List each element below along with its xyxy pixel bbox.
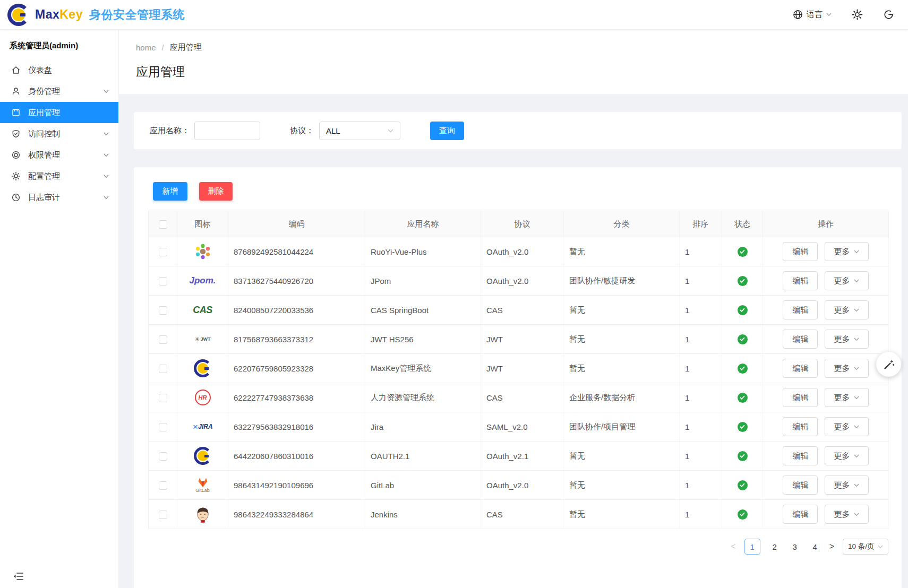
sidebar-item-label: 访问控制 xyxy=(28,129,60,139)
app-code: 817568793663373312 xyxy=(228,325,365,354)
chevron-down-icon xyxy=(854,483,859,487)
more-button[interactable]: 更多 xyxy=(825,330,869,349)
jira-logo-text: JIRA xyxy=(198,423,212,430)
breadcrumb-home[interactable]: home xyxy=(136,43,156,52)
pagination-page-4[interactable]: 4 xyxy=(809,539,821,555)
pagination-next-button[interactable]: > xyxy=(829,542,834,551)
row-checkbox[interactable] xyxy=(159,277,167,286)
app-protocol: OAuth_v2.0 xyxy=(481,266,564,296)
page-size-select[interactable]: 10 条/页 xyxy=(843,539,888,555)
app-code: 824008507220033536 xyxy=(228,296,365,325)
maxkey-logo-icon xyxy=(7,4,30,26)
app-category: 团队协作/敏捷研发 xyxy=(564,266,680,296)
brand-suffix: 身份安全管理系统 xyxy=(89,7,185,23)
pagination-prev-button[interactable]: < xyxy=(731,542,735,551)
edit-button[interactable]: 编辑 xyxy=(783,359,818,378)
floating-tool-button[interactable] xyxy=(876,352,901,377)
row-checkbox[interactable] xyxy=(159,511,167,519)
table-row: GitLab 986431492190109696 GitLab OAuth_v… xyxy=(149,471,889,500)
chevron-down-icon xyxy=(854,308,859,312)
sidebar-item-configuration[interactable]: 配置管理 xyxy=(0,166,118,187)
sidebar-item-permissions[interactable]: 权限管理 xyxy=(0,144,118,166)
edit-button[interactable]: 编辑 xyxy=(783,300,818,319)
row-checkbox[interactable] xyxy=(159,335,167,344)
edit-button[interactable]: 编辑 xyxy=(783,446,818,465)
row-checkbox[interactable] xyxy=(159,452,167,461)
sidebar-item-access-control[interactable]: 访问控制 xyxy=(0,123,118,144)
more-button[interactable]: 更多 xyxy=(825,505,869,524)
edit-button[interactable]: 编辑 xyxy=(783,388,818,407)
pagination-page-2[interactable]: 2 xyxy=(769,539,781,555)
row-checkbox[interactable] xyxy=(159,423,167,431)
chevron-down-icon xyxy=(104,175,109,178)
chevron-down-icon xyxy=(854,367,859,370)
app-protocol: CAS xyxy=(481,383,564,412)
sidebar-item-dashboard[interactable]: 仪表盘 xyxy=(0,59,118,81)
edit-button[interactable]: 编辑 xyxy=(783,505,818,524)
app-sort: 1 xyxy=(680,412,722,442)
jwt-logo-mark: ✳ xyxy=(194,336,199,343)
row-checkbox[interactable] xyxy=(159,248,167,256)
pagination-page-1[interactable]: 1 xyxy=(744,539,760,555)
more-button[interactable]: 更多 xyxy=(825,446,869,465)
app-protocol: OAuth_v2.0 xyxy=(481,471,564,500)
more-button[interactable]: 更多 xyxy=(825,359,869,378)
status-enabled-icon xyxy=(738,247,748,257)
pagination-page-3[interactable]: 3 xyxy=(789,539,801,555)
delete-button[interactable]: 删除 xyxy=(199,182,233,201)
table-row: CAS 824008507220033536 CAS SpringBoot CA… xyxy=(149,296,889,325)
badge-icon xyxy=(11,150,21,160)
app-name: RuoYi-Vue-Plus xyxy=(365,237,481,266)
protocol-select[interactable]: ALL xyxy=(319,122,400,140)
more-button[interactable]: 更多 xyxy=(825,271,869,290)
more-button[interactable]: 更多 xyxy=(825,388,869,407)
sidebar-item-label: 配置管理 xyxy=(28,171,60,181)
row-checkbox[interactable] xyxy=(159,365,167,373)
page-title: 应用管理 xyxy=(136,64,893,80)
more-button[interactable]: 更多 xyxy=(825,475,869,495)
sidebar-collapse-button[interactable] xyxy=(13,572,24,581)
table-row: 986432249333284864 Jenkins CAS 暂无 1 编辑 更… xyxy=(149,500,889,529)
app-category: 暂无 xyxy=(564,442,680,471)
chevron-down-icon xyxy=(854,454,859,458)
edit-button[interactable]: 编辑 xyxy=(783,417,818,436)
chevron-down-icon xyxy=(854,396,859,400)
table-row: Jpom. 837136275440926720 JPom OAuth_v2.0… xyxy=(149,266,889,296)
sidebar-item-applications[interactable]: 应用管理 xyxy=(0,102,118,123)
sidebar-item-label: 权限管理 xyxy=(28,150,60,160)
select-all-checkbox[interactable] xyxy=(159,220,167,229)
app-name: 人力资源管理系统 xyxy=(365,383,481,412)
sidebar-item-label: 身份管理 xyxy=(28,87,60,97)
column-header-code: 编码 xyxy=(228,211,365,237)
more-button[interactable]: 更多 xyxy=(825,242,869,261)
language-menu[interactable]: 语言 xyxy=(793,10,832,20)
edit-button[interactable]: 编辑 xyxy=(783,475,818,495)
settings-button[interactable] xyxy=(852,9,863,20)
app-name: Jira xyxy=(365,412,481,442)
globe-icon xyxy=(793,10,803,20)
more-button[interactable]: 更多 xyxy=(825,417,869,436)
jwt-logo-text: JWT xyxy=(201,336,211,342)
app-name: Jenkins xyxy=(365,500,481,529)
column-header-protocol: 协议 xyxy=(481,211,564,237)
chevron-down-icon xyxy=(104,153,109,157)
hr-logo-text: HR xyxy=(199,394,207,401)
status-enabled-icon xyxy=(738,480,748,490)
edit-button[interactable]: 编辑 xyxy=(783,242,818,261)
status-enabled-icon xyxy=(738,364,748,374)
row-checkbox[interactable] xyxy=(159,306,167,315)
add-button[interactable]: 新增 xyxy=(153,182,187,201)
table-row: 876892492581044224 RuoYi-Vue-Plus OAuth_… xyxy=(149,237,889,266)
sidebar-item-identity[interactable]: 身份管理 xyxy=(0,81,118,102)
more-button[interactable]: 更多 xyxy=(825,300,869,319)
app-code: 644220607860310016 xyxy=(228,442,365,471)
row-checkbox[interactable] xyxy=(159,481,167,490)
search-button[interactable]: 查询 xyxy=(430,122,464,140)
logout-button[interactable] xyxy=(883,9,894,20)
app-name-input[interactable] xyxy=(194,122,260,140)
row-checkbox[interactable] xyxy=(159,394,167,402)
edit-button[interactable]: 编辑 xyxy=(783,330,818,349)
sidebar-item-audit-log[interactable]: 日志审计 xyxy=(0,187,118,208)
edit-button[interactable]: 编辑 xyxy=(783,271,818,290)
topbar-actions: 语言 xyxy=(793,9,894,20)
